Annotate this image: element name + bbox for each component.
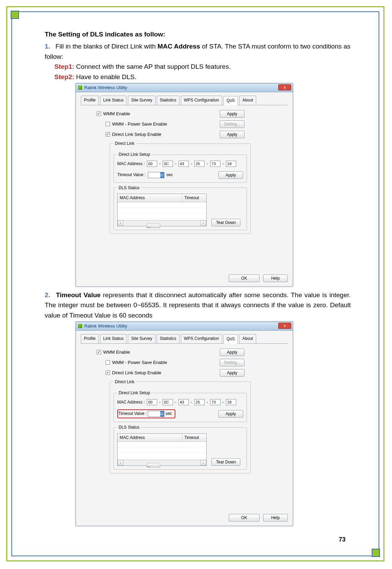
tab-wps-config[interactable]: WPS Configuration xyxy=(181,334,222,343)
mac-field-4[interactable] xyxy=(210,161,220,167)
dls-apply-button[interactable]: Apply xyxy=(220,369,244,377)
tab-statistics[interactable]: Statistics xyxy=(157,96,179,105)
table-row[interactable] xyxy=(118,453,206,458)
col-timeout-header[interactable]: Timeout xyxy=(182,194,206,202)
item2-bold: Timeout Value xyxy=(56,291,101,299)
tab-about[interactable]: About xyxy=(239,334,256,343)
wmm-setting-button[interactable]: Setting... xyxy=(220,359,244,366)
tab-qos[interactable]: QoS xyxy=(224,96,238,105)
col-timeout-header[interactable]: Timeout xyxy=(182,434,206,442)
mac-field-1[interactable] xyxy=(163,399,173,405)
ok-button[interactable]: OK xyxy=(229,514,260,522)
dls-status-table[interactable]: MAC Address Timeout ‹ xyxy=(117,194,207,226)
app-icon xyxy=(78,324,82,328)
tab-link-status[interactable]: Link Status xyxy=(100,96,127,105)
timeout-highlight: Timeout Value : sec xyxy=(117,409,175,418)
timeout-apply-button[interactable]: Apply xyxy=(218,171,243,179)
dls-setup-legend: Direct Link Setup xyxy=(117,151,151,158)
scroll-thumb[interactable]: ··· xyxy=(146,463,160,468)
screenshot-1: Ralink Wireless Utility x Profile Link S… xyxy=(76,83,293,287)
tab-link-status[interactable]: Link Status xyxy=(100,334,127,343)
table-row[interactable] xyxy=(118,442,206,447)
item1-text-a: Fill in the blanks of Direct Link with xyxy=(55,43,157,50)
mac-field-3[interactable] xyxy=(194,399,205,405)
dls-status-table[interactable]: MAC Address Timeout ‹ xyxy=(117,433,207,466)
mac-field-1[interactable] xyxy=(163,161,173,167)
wmm-apply-button[interactable]: Apply xyxy=(220,110,244,118)
scroll-right-button[interactable]: › xyxy=(200,221,206,226)
item1-mac-bold: MAC Address xyxy=(157,43,200,50)
dls-setup-legend: Direct Link Setup xyxy=(117,390,151,396)
table-row[interactable] xyxy=(118,213,206,219)
mac-field-5[interactable] xyxy=(226,399,236,405)
scroll-left-button[interactable]: ‹ xyxy=(118,460,123,465)
table-row[interactable] xyxy=(118,202,206,208)
tab-qos[interactable]: QoS xyxy=(224,334,238,344)
window-titlebar[interactable]: Ralink Wireless Utility x xyxy=(76,83,293,92)
timeout-apply-button[interactable]: Apply xyxy=(218,410,243,418)
mac-field-2[interactable] xyxy=(178,161,189,167)
mac-sep: - xyxy=(191,399,192,406)
mac-sep: - xyxy=(175,399,176,406)
scroll-right-button[interactable]: › xyxy=(200,460,206,465)
table-row[interactable] xyxy=(118,208,206,213)
tab-site-survey[interactable]: Site Survey xyxy=(128,334,155,343)
wmm-enable-checkbox[interactable]: ✓ xyxy=(97,111,101,116)
mac-field-5[interactable] xyxy=(226,161,236,167)
close-button[interactable]: x xyxy=(278,323,291,329)
tab-statistics[interactable]: Statistics xyxy=(157,334,179,343)
scroll-left-button[interactable]: ‹ xyxy=(118,221,123,226)
tear-down-button[interactable]: Tear Down xyxy=(211,458,240,466)
direct-link-legend: Direct Link xyxy=(113,379,136,385)
step1-text: Connect with the same AP that support DL… xyxy=(74,63,231,70)
dls-apply-button[interactable]: Apply xyxy=(220,131,244,138)
help-button[interactable]: Help xyxy=(263,514,288,522)
help-button[interactable]: Help xyxy=(263,275,288,282)
dls-enable-checkbox[interactable]: ✓ xyxy=(106,132,110,137)
wmm-ps-label: WMM - Power Save Enable xyxy=(112,121,167,128)
mac-sep: - xyxy=(222,399,224,406)
col-mac-header[interactable]: MAC Address xyxy=(118,434,182,442)
wmm-enable-label: WMM Enable xyxy=(103,110,130,117)
dls-enable-label: Direct Link Setup Enable xyxy=(112,131,161,138)
list-item-2: 2. Timeout Value represents that it disc… xyxy=(45,290,351,320)
step2-text: Have to enable DLS. xyxy=(74,73,137,80)
tear-down-button[interactable]: Tear Down xyxy=(211,219,240,226)
tab-wps-config[interactable]: WPS Configuration xyxy=(181,96,222,105)
timeout-input[interactable] xyxy=(148,411,164,417)
mac-field-2[interactable] xyxy=(178,399,189,405)
mac-sep: - xyxy=(207,161,208,167)
tab-profile[interactable]: Profile xyxy=(81,334,99,343)
step1-line: Step1: Connect with the same AP that sup… xyxy=(45,62,351,72)
step2-line: Step2: Have to enable DLS. xyxy=(45,72,351,82)
page-number: 73 xyxy=(339,536,346,543)
ok-button[interactable]: OK xyxy=(229,275,260,282)
wmm-ps-checkbox[interactable] xyxy=(106,122,110,126)
tab-profile[interactable]: Profile xyxy=(81,96,99,105)
table-row[interactable] xyxy=(118,447,206,453)
wmm-ps-checkbox[interactable] xyxy=(106,360,110,365)
screenshot-2: Ralink Wireless Utility x Profile Link S… xyxy=(76,322,293,526)
wmm-setting-button[interactable]: Setting... xyxy=(220,120,244,128)
tab-about[interactable]: About xyxy=(239,96,256,105)
scroll-thumb[interactable]: ··· xyxy=(146,224,160,228)
wmm-enable-checkbox[interactable]: ✓ xyxy=(97,350,101,354)
step1-label: Step1: xyxy=(54,63,74,70)
col-mac-header[interactable]: MAC Address xyxy=(118,194,182,202)
dls-enable-checkbox[interactable]: ✓ xyxy=(106,371,110,375)
mac-sep: - xyxy=(159,161,161,167)
mac-sep: - xyxy=(175,161,176,167)
tab-site-survey[interactable]: Site Survey xyxy=(128,96,155,105)
mac-field-0[interactable] xyxy=(147,399,157,405)
close-button[interactable]: x xyxy=(278,84,291,90)
mac-field-3[interactable] xyxy=(194,161,205,167)
item2-number: 2. xyxy=(45,290,54,300)
wmm-enable-label: WMM Enable xyxy=(103,349,130,356)
wmm-apply-button[interactable]: Apply xyxy=(220,348,244,356)
timeout-input[interactable] xyxy=(148,172,164,178)
mac-sep: - xyxy=(191,161,192,167)
timeout-label: Timeout Value : xyxy=(118,410,147,417)
mac-field-0[interactable] xyxy=(147,161,157,167)
mac-field-4[interactable] xyxy=(210,399,220,405)
window-titlebar[interactable]: Ralink Wireless Utility x xyxy=(76,322,293,331)
